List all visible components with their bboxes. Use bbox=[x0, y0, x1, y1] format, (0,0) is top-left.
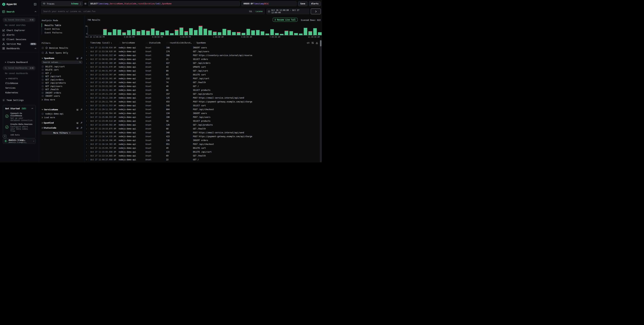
analysis-mode-item[interactable]: Event Patterns bbox=[42, 31, 82, 35]
checkbox[interactable] bbox=[42, 75, 44, 77]
table-row[interactable]: ›Oct 27 11:44:31.957 AMnodejs-demo-apiUn… bbox=[85, 69, 320, 73]
scrollbar-thumb[interactable] bbox=[320, 40, 322, 46]
table-row[interactable]: ›Oct 27 11:50:02.289 AMnodejs-demo-apiUn… bbox=[85, 61, 320, 65]
bar-chart-icon[interactable] bbox=[76, 57, 79, 59]
filter-group-label[interactable]: SpanKind bbox=[44, 122, 76, 124]
checkbox[interactable] bbox=[42, 82, 44, 84]
filter-value[interactable]: INSERT orders bbox=[42, 91, 82, 95]
table-row[interactable]: ›Oct 27 11:23:49.502 AMnodejs-demo-apiUn… bbox=[85, 123, 320, 127]
bar-chart-icon[interactable] bbox=[76, 122, 79, 124]
chevron-up-icon[interactable] bbox=[34, 11, 36, 12]
preset-item[interactable]: ClickHouse bbox=[5, 82, 39, 84]
preset-item[interactable]: Services bbox=[5, 87, 39, 89]
table-row[interactable]: ›Oct 27 11:19:53.875 AMnodejs-demo-apiUn… bbox=[85, 127, 320, 131]
filter-value[interactable]: DELETE /api/cart bbox=[42, 65, 82, 68]
sidebar-collapse-icon[interactable] bbox=[34, 3, 36, 6]
filter-value[interactable]: GET /api/cart bbox=[42, 75, 82, 78]
checkbox[interactable] bbox=[42, 72, 44, 74]
sidebar-item-team-settings[interactable]: Team Settings bbox=[2, 99, 39, 101]
filter-value[interactable]: DELETE cart bbox=[42, 68, 82, 72]
table-row[interactable]: ›Oct 27 11:15:03.707 AMnodejs-demo-apiUn… bbox=[85, 146, 320, 150]
order-by-input[interactable]: ORDER BY Timestamp DESC bbox=[241, 1, 297, 6]
column-header-statuscode[interactable]: ⋮⋮StatusCode bbox=[146, 42, 166, 44]
chevron-right-icon[interactable] bbox=[42, 127, 43, 129]
get-started-item[interactable]: Create Data Sources Configure where your… bbox=[5, 123, 33, 132]
sidebar-item-client-sessions[interactable]: Client Sessions bbox=[0, 37, 39, 42]
save-button[interactable]: Save bbox=[298, 1, 308, 6]
saved-dashboards-input[interactable]: Saved Dashboards ⌘ K bbox=[3, 66, 36, 70]
table-row[interactable]: ›Oct 27 11:29:11.553 AMnodejs-demo-apiUn… bbox=[85, 104, 320, 107]
denoise-results-toggle[interactable]: Denoise Results bbox=[42, 47, 82, 49]
saved-searches-input[interactable]: Saved Searches ⌘ K bbox=[3, 18, 36, 22]
table-row[interactable]: ›Oct 27 11:13:14.885 AMnodejs-demo-apiUn… bbox=[85, 154, 320, 158]
table-row[interactable]: ›Oct 27 11:53:58.934 AMnodejs-demo-apiUn… bbox=[85, 46, 320, 50]
table-row[interactable]: ›Oct 27 11:25:06.553 AMnodejs-demo-apiUn… bbox=[85, 115, 320, 119]
filter-search-input[interactable]: Search values... bbox=[42, 61, 82, 64]
wrap-text-icon[interactable] bbox=[312, 42, 314, 44]
mode-sql[interactable]: SQL bbox=[249, 10, 252, 13]
filter-value[interactable]: GET /api/users bbox=[42, 85, 82, 88]
source-settings-button[interactable] bbox=[84, 2, 87, 5]
table-row[interactable]: ›Oct 27 11:25:06.564 AMnodejs-demo-apiUn… bbox=[85, 111, 320, 115]
table-row[interactable]: ›Oct 27 11:44:31.970 AMnodejs-demo-apiUn… bbox=[85, 65, 320, 69]
chevron-up-icon[interactable] bbox=[32, 108, 33, 109]
bar-chart-icon[interactable] bbox=[76, 127, 79, 129]
help-button[interactable]: ? bbox=[3, 134, 7, 138]
table-row[interactable]: ›Oct 27 11:15:03.698 AMnodejs-demo-apiUn… bbox=[85, 150, 320, 154]
get-started-item[interactable]: Add Data Start sending bbox=[5, 134, 33, 138]
sidebar-item-chart-explorer[interactable]: Chart Explorer bbox=[0, 28, 39, 33]
presets-toggle[interactable]: PRESETS bbox=[6, 78, 39, 80]
pin-icon[interactable] bbox=[80, 127, 82, 129]
get-started-item[interactable]: Connect to ClickHouse Set up your databa… bbox=[5, 112, 33, 122]
preset-item[interactable]: Kubernetes bbox=[5, 91, 39, 94]
table-row[interactable]: ›Oct 27 11:29:21.161 AMnodejs-demo-apiUn… bbox=[85, 88, 320, 92]
table-row[interactable]: ›Oct 27 11:16:14.535 AMnodejs-demo-apiUn… bbox=[85, 134, 320, 138]
alerts-button[interactable]: Alerts bbox=[309, 1, 321, 6]
checkbox[interactable] bbox=[42, 66, 44, 68]
search-box[interactable]: SQL | Lucene bbox=[41, 9, 265, 14]
filter-value[interactable]: GET /health bbox=[42, 88, 82, 91]
chevron-down-icon[interactable] bbox=[42, 109, 43, 110]
show-more-button[interactable]: Show more bbox=[42, 98, 82, 101]
table-row[interactable]: ›Oct 27 11:16:14.960 AMnodejs-demo-apiUn… bbox=[85, 131, 320, 134]
chevron-right-icon[interactable] bbox=[42, 122, 43, 124]
table-row[interactable]: ›Oct 27 11:29:12.159 AMnodejs-demo-apiUn… bbox=[85, 96, 320, 100]
table-row[interactable]: ›Oct 27 11:09:37.094 AMnodejs-demo-apiUn… bbox=[85, 158, 320, 161]
date-range-picker[interactable]: Oct 26 12:00:00 - Oct 27 12:00:00 bbox=[266, 9, 310, 14]
mode-lucene[interactable]: Lucene bbox=[256, 10, 262, 13]
filter-group-label[interactable]: SpanName bbox=[44, 57, 76, 60]
table-row[interactable]: ›Oct 27 11:53:58.920 AMnodejs-demo-apiUn… bbox=[85, 50, 320, 53]
column-header-duration[interactable]: ⋮⋮round(divide(Durat… bbox=[166, 42, 193, 44]
code-icon[interactable] bbox=[307, 42, 310, 44]
table-row[interactable]: ›Oct 27 11:50:02.299 AMnodejs-demo-apiUn… bbox=[85, 57, 320, 61]
table-row[interactable]: ›Oct 27 11:33:22.161 AMnodejs-demo-apiUn… bbox=[85, 84, 320, 88]
sidebar-item-search[interactable]: Search bbox=[0, 10, 39, 14]
column-header-servicename[interactable]: ⋮⋮ServiceName bbox=[119, 42, 146, 44]
resume-live-tail-button[interactable]: Resume Live Tail bbox=[273, 18, 298, 22]
filter-value[interactable]: GET / bbox=[42, 72, 82, 75]
bar-chart-icon[interactable] bbox=[76, 108, 79, 111]
sidebar-item-alerts[interactable]: Alerts bbox=[0, 33, 39, 37]
column-header-timestamp[interactable]: Timestamp (Local)↓ bbox=[90, 42, 119, 44]
checkbox[interactable] bbox=[42, 69, 44, 71]
filter-value[interactable]: GET /api/orders bbox=[42, 78, 82, 81]
pin-icon[interactable] bbox=[80, 122, 82, 124]
filter-group-label[interactable]: ServiceName bbox=[44, 108, 76, 111]
checkbox[interactable] bbox=[42, 47, 44, 49]
analysis-mode-item[interactable]: Event Deltas bbox=[42, 27, 82, 31]
chevron-down-icon[interactable] bbox=[42, 58, 43, 59]
filter-value[interactable]: nodejs-demo-api bbox=[42, 112, 82, 116]
download-icon[interactable] bbox=[316, 42, 318, 44]
search-input[interactable] bbox=[43, 10, 247, 13]
sidebar-item-dashboards[interactable]: Dashboards bbox=[0, 46, 39, 51]
histogram-plot[interactable]: Oct 26 12:00:00 PM3:30:00 PM6:30:00 PM9:… bbox=[88, 26, 322, 35]
table-row[interactable]: ›Oct 27 11:29:11.545 AMnodejs-demo-apiUn… bbox=[85, 107, 320, 111]
filter-value[interactable]: GET /api/products bbox=[42, 81, 82, 85]
chevron-up-icon[interactable] bbox=[34, 48, 36, 49]
run-query-button[interactable] bbox=[311, 9, 321, 14]
checkbox[interactable] bbox=[42, 113, 44, 115]
checkbox[interactable] bbox=[42, 89, 44, 91]
table-row[interactable]: ›Oct 27 11:42:33.301 AMnodejs-demo-apiUn… bbox=[85, 77, 320, 80]
more-filters-button[interactable]: More filters bbox=[42, 131, 82, 135]
table-row[interactable]: ›Oct 27 11:16:14.396 AMnodejs-demo-apiUn… bbox=[85, 138, 320, 142]
